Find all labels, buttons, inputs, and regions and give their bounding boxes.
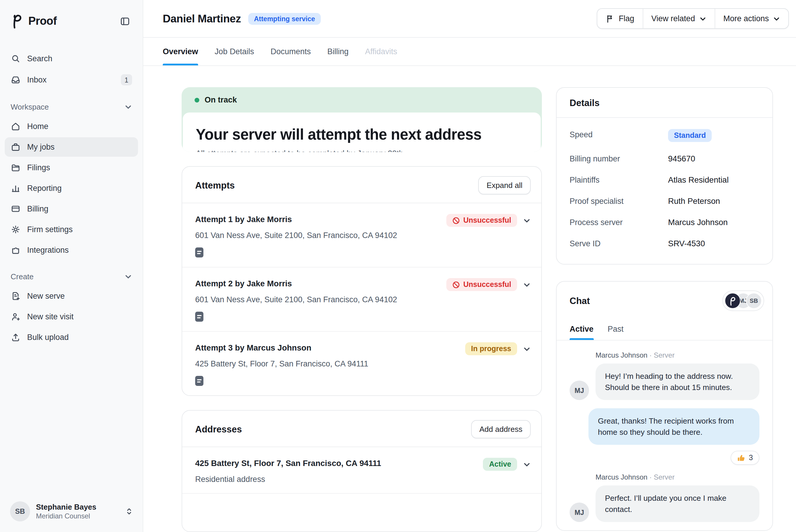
detail-label: Plaintiffs (569, 174, 668, 185)
sidebar-item-billing[interactable]: Billing (5, 199, 138, 218)
address-line: 425 Battery St, Floor 7, San Francisco, … (195, 458, 381, 468)
home-icon (11, 121, 21, 131)
panel-toggle-icon (120, 16, 130, 26)
speed-badge: Standard (668, 129, 712, 142)
sidebar-item-reporting[interactable]: Reporting (5, 178, 138, 198)
attempt-status-badge: In progress (465, 342, 517, 355)
expand-attempt-chevron[interactable] (523, 216, 531, 224)
detail-row: Serve ID SRV-4530 (569, 238, 759, 248)
page-tabs: Overview Job Details Documents Billing A… (143, 38, 796, 66)
chat-tab-active[interactable]: Active (569, 318, 594, 340)
sidebar-nav: Search Inbox 1 Workspace Hom (0, 48, 143, 347)
inbox-icon (11, 75, 21, 85)
note-icon (195, 376, 531, 386)
addresses-card: Addresses Add address 425 Battery St, Fl… (182, 410, 542, 532)
expand-attempt-chevron[interactable] (523, 345, 531, 353)
details-title: Details (569, 98, 600, 109)
more-actions-label: More actions (723, 14, 769, 23)
main-area: Daniel Martinez Attempting service Flag … (143, 0, 796, 532)
user-name: Stephanie Bayes (36, 502, 119, 512)
sidebar-item-new-serve[interactable]: New serve (5, 286, 138, 306)
sidebar-toggle-button[interactable] (117, 13, 133, 30)
chat-participants[interactable]: MJ SB (722, 290, 764, 311)
sidebar-item-filings[interactable]: Filings (5, 158, 138, 177)
status-subtext: All attempts are expected to be complete… (196, 149, 528, 152)
detail-row: Billing number 945670 (569, 153, 759, 163)
attempt-title: Attempt 1 by Jake Morris (195, 214, 292, 224)
sidebar-item-bulk-upload[interactable]: Bulk upload (5, 327, 138, 347)
tab-overview[interactable]: Overview (163, 38, 198, 65)
sidebar: Proof Search Inbox (0, 0, 143, 532)
tab-affidavits: Affidavits (365, 38, 397, 65)
user-menu[interactable]: SB Stephanie Bayes Meridian Counsel (0, 495, 143, 524)
chat-message: MJ Perfect. I’ll update you once I make … (569, 486, 759, 522)
more-actions-button[interactable]: More actions (715, 9, 788, 28)
address-type: Residential address (195, 475, 531, 484)
user-org: Meridian Counsel (36, 512, 119, 520)
detail-value: Ruth Peterson (668, 195, 720, 206)
flag-button[interactable]: Flag (598, 9, 643, 28)
credit-card-icon (11, 204, 21, 214)
sidebar-item-label: Reporting (27, 184, 61, 193)
sidebar-item-label: New serve (27, 292, 65, 301)
file-plus-icon (11, 291, 21, 301)
expand-address-chevron[interactable] (523, 460, 531, 468)
header-actions: Flag View related More actions (597, 8, 789, 29)
expand-attempt-chevron[interactable] (523, 281, 531, 288)
sidebar-item-label: Billing (27, 205, 48, 213)
view-related-button[interactable]: View related (643, 9, 715, 28)
page-header: Daniel Martinez Attempting service Flag … (143, 0, 796, 38)
sidebar-item-inbox[interactable]: Inbox 1 (5, 70, 138, 90)
tab-documents[interactable]: Documents (271, 38, 311, 65)
chat-message: MJ Hey! I’m heading to the address now. … (569, 363, 759, 400)
sidebar-item-home[interactable]: Home (5, 117, 138, 136)
sidebar-item-label: Filings (27, 163, 50, 172)
detail-label: Proof specialist (569, 195, 668, 206)
detail-label: Serve ID (569, 238, 668, 248)
sidebar-item-label: Inbox (27, 75, 47, 84)
on-track-dot (195, 97, 199, 102)
chat-messages: Marcus Johnson · Server MJ Hey! I’m head… (557, 341, 773, 522)
detail-row: Process server Marcus Johnson (569, 217, 759, 227)
brand-name: Proof (28, 15, 57, 28)
tab-job-details[interactable]: Job Details (215, 38, 254, 65)
attempts-card: Attempts Expand all Attempt 1 by Jake Mo… (182, 166, 542, 396)
message-bubble: Hey! I’m heading to the address now. Sho… (596, 363, 759, 400)
details-card: Details Speed Standard Billing number 94… (556, 87, 773, 265)
detail-value: 945670 (668, 153, 695, 163)
status-badge: Attempting service (248, 13, 321, 24)
address-row (182, 494, 541, 531)
sidebar-item-new-site-visit[interactable]: New site visit (5, 307, 138, 326)
sidebar-item-label: Home (27, 122, 48, 131)
workspace-section-header[interactable]: Workspace (0, 91, 143, 116)
expand-all-button[interactable]: Expand all (478, 176, 531, 194)
detail-value: Atlas Residential (668, 174, 729, 185)
sb-avatar: SB (746, 293, 762, 309)
sidebar-item-label: Firm settings (27, 225, 73, 234)
attempt-title: Attempt 3 by Marcus Johnson (195, 342, 311, 352)
flag-button-label: Flag (619, 14, 634, 23)
sidebar-item-integrations[interactable]: Integrations (5, 240, 138, 260)
attempt-row: Attempt 2 by Jake Morris Unsuccessful 6 (182, 267, 541, 332)
sidebar-item-search[interactable]: Search (5, 49, 138, 68)
thumbs-up-icon (737, 454, 745, 462)
create-section-header[interactable]: Create (0, 261, 143, 286)
add-address-button[interactable]: Add address (471, 420, 531, 438)
sidebar-item-my-jobs[interactable]: My jobs (5, 137, 138, 157)
sidebar-item-label: My jobs (27, 142, 55, 151)
message-bubble: Perfect. I’ll update you once I make con… (596, 486, 759, 522)
sidebar-item-firm-settings[interactable]: Firm settings (5, 220, 138, 239)
reaction-pill[interactable]: 3 (730, 451, 759, 465)
workspace-section-label: Workspace (11, 102, 49, 111)
message-bubble: Great, thanks! The recipient works from … (589, 408, 759, 445)
attempt-address: 601 Van Ness Ave, Suite 2100, San Franci… (195, 295, 531, 304)
attempt-status-badge: Unsuccessful (446, 214, 517, 227)
sidebar-item-label: Search (27, 54, 53, 63)
inbox-count-badge: 1 (121, 74, 132, 86)
tab-billing[interactable]: Billing (327, 38, 348, 65)
proof-logo: Proof (10, 14, 57, 29)
chat-tab-past[interactable]: Past (608, 318, 623, 340)
attempt-title: Attempt 2 by Jake Morris (195, 278, 292, 288)
reaction-count: 3 (749, 454, 753, 462)
chevron-down-icon (124, 103, 132, 111)
